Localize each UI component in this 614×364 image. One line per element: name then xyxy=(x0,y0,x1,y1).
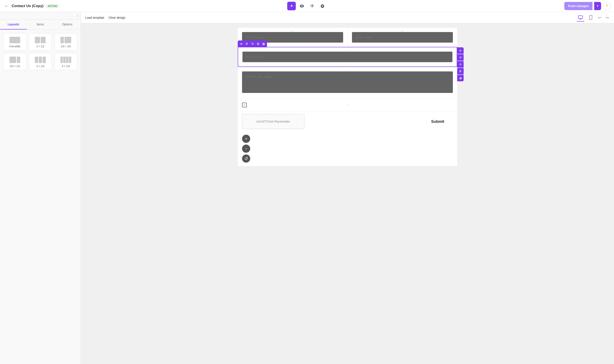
separator-dot-3: + xyxy=(347,50,348,53)
topbar-left: ← Contact Us (Copy) ACTIVE xyxy=(3,3,285,9)
name-input-2[interactable] xyxy=(352,32,453,43)
layout-1-3-2-3-label: 1/3 + 2/3 xyxy=(61,45,71,48)
row-drag-button[interactable]: ⊕ xyxy=(239,41,244,46)
layout-2-3-1-3-label: 2/3 + 1/3 xyxy=(10,65,20,68)
right-duplicate-button[interactable]: ⧉ xyxy=(457,61,464,67)
undo-button[interactable]: ↩ xyxy=(597,14,602,21)
layout-full-width[interactable]: Full-width xyxy=(3,33,26,50)
separator-dot-5: + xyxy=(347,103,348,107)
row-settings-button[interactable]: ⚙ xyxy=(244,41,249,46)
terms-checkbox[interactable]: ✓ xyxy=(242,103,247,107)
message-textarea[interactable] xyxy=(242,71,453,93)
push-dropdown-button[interactable]: ▼ xyxy=(594,2,601,10)
right-layout-button[interactable]: ▦ xyxy=(457,75,464,81)
form-canvas: + + ⊕ ⚙ ⧉ 🗑 ▦ xyxy=(238,27,457,166)
layout-4x1-4-label: 4 × 1/4 xyxy=(62,65,70,68)
svg-rect-0 xyxy=(578,16,583,19)
topbar: ← Contact Us (Copy) ACTIVE ✦ Push change… xyxy=(0,0,614,12)
magic-icon-button[interactable]: ✦ xyxy=(287,2,296,10)
row-toolbar: ⊕ ⚙ ⧉ 🗑 ▦ xyxy=(238,40,267,47)
push-changes-button[interactable]: Push changes xyxy=(564,2,592,10)
layout-grid: Full-width 2 × 1/2 1/3 + 2/3 xyxy=(0,30,81,74)
topbar-right: Push changes ▼ ? xyxy=(329,2,611,10)
canvas-toolbar-right: ↩ ↪ xyxy=(576,14,610,22)
recaptcha-label: reCAPTCHA Placeholder xyxy=(256,120,290,123)
checkbox-row: ✓ + xyxy=(238,98,457,112)
email-input[interactable] xyxy=(242,52,452,62)
submit-placeholder: Submit xyxy=(309,119,453,124)
status-badge: ACTIVE xyxy=(46,4,59,8)
layout-3x1-3[interactable]: 3 × 1/3 xyxy=(29,53,52,70)
form-field-message: + xyxy=(238,67,457,98)
form-row-1: + + xyxy=(238,27,457,47)
form-row-message: + xyxy=(238,67,457,98)
load-template-button[interactable]: Load template xyxy=(85,15,104,20)
row-duplicate-button[interactable]: ⧉ xyxy=(250,41,255,46)
submit-button[interactable]: Submit xyxy=(431,119,444,124)
canvas-content: + + ⊕ ⚙ ⧉ 🗑 ▦ xyxy=(81,23,614,364)
settings-icon-button[interactable] xyxy=(318,2,327,10)
row-layout-button[interactable]: ▦ xyxy=(261,41,266,46)
layout-3x1-3-label: 3 × 1/3 xyxy=(36,65,44,68)
canvas-toolbar-left: Load template Clear design xyxy=(85,15,125,20)
layout-full-width-label: Full-width xyxy=(9,45,20,48)
tab-layouts[interactable]: Layouts xyxy=(0,20,27,29)
layout-2x1-2-label: 2 × 1/2 xyxy=(36,45,44,48)
move-icon-button[interactable] xyxy=(308,2,316,10)
add-row-button[interactable]: + xyxy=(242,135,250,143)
help-button[interactable]: ? xyxy=(603,2,611,10)
topbar-center: ✦ xyxy=(287,2,327,10)
separator-dot-1: + xyxy=(291,29,293,33)
eye-icon-button[interactable] xyxy=(298,2,306,10)
right-delete-button[interactable]: 🗑 xyxy=(457,68,464,74)
layout-2-3-1-3[interactable]: 2/3 + 1/3 xyxy=(3,53,26,70)
right-settings-button[interactable]: ⚙ xyxy=(457,54,464,61)
layout-4x1-4[interactable]: 4 × 1/4 xyxy=(54,53,77,70)
page-title: Contact Us (Copy) xyxy=(12,4,43,8)
separator-dot-2: + xyxy=(402,29,403,33)
mobile-device-button[interactable] xyxy=(587,14,595,22)
reset-row-button[interactable]: ↺ xyxy=(242,155,250,163)
main-layout: ‹ Layouts Items Options Full-width 2 × 1 xyxy=(0,12,614,364)
canvas-toolbar: Load template Clear design xyxy=(81,12,614,23)
tab-items[interactable]: Items xyxy=(27,20,54,29)
layout-1-3-2-3[interactable]: 1/3 + 2/3 xyxy=(54,33,77,50)
bottom-actions: + − ↺ xyxy=(238,131,457,166)
tab-options[interactable]: Options xyxy=(54,20,81,29)
separator-dot-4: + xyxy=(346,69,348,73)
sidebar-collapse-button[interactable]: ‹ xyxy=(77,14,78,18)
form-field-email: + xyxy=(238,47,457,66)
redo-button[interactable]: ↪ xyxy=(605,14,610,21)
svg-point-4 xyxy=(590,19,591,19)
clear-design-button[interactable]: Clear design xyxy=(109,15,126,20)
back-button[interactable]: ← xyxy=(3,3,10,9)
right-drag-button[interactable]: ⊕ xyxy=(457,47,464,54)
form-row-email: ⊕ ⚙ ⧉ 🗑 ▦ + ⊕ ⚙ ⧉ 🗑 xyxy=(238,47,457,67)
recaptcha-box: reCAPTCHA Placeholder xyxy=(242,114,304,129)
sidebar-header: ‹ xyxy=(0,12,81,20)
right-toolbar: ⊕ ⚙ ⧉ 🗑 ▦ xyxy=(457,47,464,81)
layout-2x1-2[interactable]: 2 × 1/2 xyxy=(29,33,52,50)
remove-row-button[interactable]: − xyxy=(242,144,250,153)
check-icon: ✓ xyxy=(243,103,246,107)
submit-row: reCAPTCHA Placeholder Submit xyxy=(238,112,457,131)
sidebar: ‹ Layouts Items Options Full-width 2 × 1 xyxy=(0,12,81,364)
form-field-name-2: + xyxy=(347,28,457,47)
row-delete-button[interactable]: 🗑 xyxy=(255,41,261,46)
canvas-area: Load template Clear design xyxy=(81,12,614,364)
sidebar-tabs: Layouts Items Options xyxy=(0,20,81,30)
desktop-device-button[interactable] xyxy=(576,14,584,22)
